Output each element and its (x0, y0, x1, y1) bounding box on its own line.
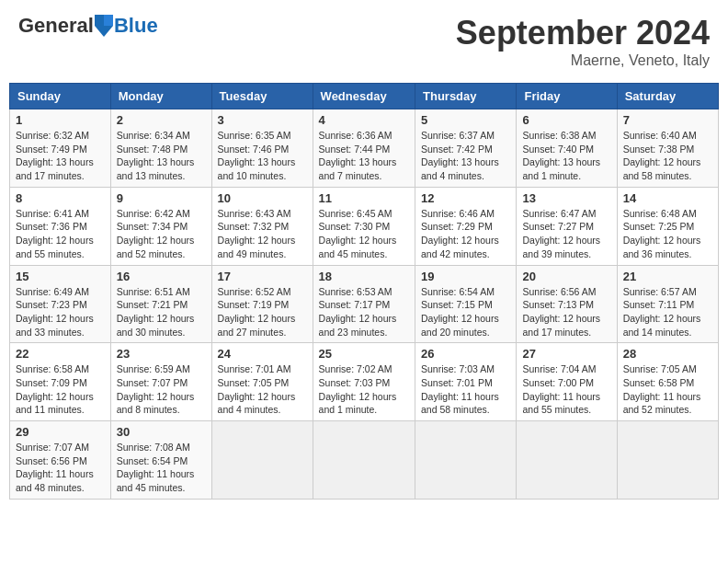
day-detail: Sunrise: 6:35 AM Sunset: 7:46 PM Dayligh… (218, 129, 307, 183)
svg-marker-1 (104, 15, 113, 26)
day-detail: Sunrise: 6:57 AM Sunset: 7:11 PM Dayligh… (623, 285, 712, 339)
day-of-week-header: Tuesday (211, 84, 313, 109)
day-number: 24 (218, 347, 307, 361)
calendar-day-cell: 8Sunrise: 6:41 AM Sunset: 7:36 PM Daylig… (10, 187, 111, 265)
calendar-day-cell: 10Sunrise: 6:43 AM Sunset: 7:32 PM Dayli… (211, 187, 313, 265)
day-detail: Sunrise: 7:05 AM Sunset: 6:58 PM Dayligh… (623, 362, 712, 417)
day-number: 22 (16, 347, 105, 361)
calendar-day-cell: 16Sunrise: 6:51 AM Sunset: 7:21 PM Dayli… (110, 265, 211, 343)
calendar-day-cell: 18Sunrise: 6:53 AM Sunset: 7:17 PM Dayli… (313, 265, 415, 343)
day-detail: Sunrise: 6:42 AM Sunset: 7:34 PM Dayligh… (117, 207, 206, 261)
day-number: 7 (623, 113, 712, 127)
day-detail: Sunrise: 6:37 AM Sunset: 7:42 PM Dayligh… (421, 129, 510, 183)
location-subtitle: Maerne, Veneto, Italy (456, 52, 710, 69)
day-detail: Sunrise: 7:07 AM Sunset: 6:56 PM Dayligh… (16, 441, 105, 495)
day-detail: Sunrise: 7:04 AM Sunset: 7:00 PM Dayligh… (522, 362, 610, 417)
day-detail: Sunrise: 6:59 AM Sunset: 7:07 PM Dayligh… (117, 362, 206, 417)
day-number: 20 (522, 270, 610, 283)
logo: General Blue (18, 14, 158, 38)
day-number: 19 (421, 270, 510, 283)
day-detail: Sunrise: 6:43 AM Sunset: 7:32 PM Dayligh… (218, 207, 307, 261)
calendar-header-row: SundayMondayTuesdayWednesdayThursdayFrid… (10, 84, 719, 109)
day-number: 13 (522, 191, 610, 205)
day-number: 28 (623, 347, 712, 361)
day-number: 8 (16, 191, 105, 205)
calendar-day-cell: 27Sunrise: 7:04 AM Sunset: 7:00 PM Dayli… (517, 343, 617, 421)
calendar-day-cell: 6Sunrise: 6:38 AM Sunset: 7:40 PM Daylig… (517, 109, 617, 188)
calendar-day-cell: 26Sunrise: 7:03 AM Sunset: 7:01 PM Dayli… (415, 343, 517, 421)
day-detail: Sunrise: 6:34 AM Sunset: 7:48 PM Dayligh… (117, 129, 206, 183)
day-of-week-header: Saturday (617, 84, 718, 109)
day-number: 11 (319, 191, 409, 205)
day-detail: Sunrise: 6:58 AM Sunset: 7:09 PM Dayligh… (16, 362, 105, 417)
day-detail: Sunrise: 6:36 AM Sunset: 7:44 PM Dayligh… (319, 129, 409, 183)
day-detail: Sunrise: 6:38 AM Sunset: 7:40 PM Dayligh… (522, 129, 610, 183)
calendar-week-row: 8Sunrise: 6:41 AM Sunset: 7:36 PM Daylig… (10, 187, 719, 265)
day-number: 14 (623, 191, 712, 205)
day-number: 5 (421, 113, 510, 127)
calendar-day-cell (415, 421, 517, 500)
day-number: 2 (117, 113, 206, 127)
calendar-day-cell: 14Sunrise: 6:48 AM Sunset: 7:25 PM Dayli… (617, 187, 718, 265)
day-detail: Sunrise: 6:52 AM Sunset: 7:19 PM Dayligh… (218, 285, 307, 339)
day-number: 16 (117, 270, 206, 283)
day-number: 3 (218, 113, 307, 127)
calendar-day-cell: 7Sunrise: 6:40 AM Sunset: 7:38 PM Daylig… (617, 109, 718, 188)
day-number: 29 (16, 425, 105, 439)
day-number: 30 (117, 425, 206, 439)
calendar-day-cell: 5Sunrise: 6:37 AM Sunset: 7:42 PM Daylig… (415, 109, 517, 188)
day-detail: Sunrise: 6:49 AM Sunset: 7:23 PM Dayligh… (16, 285, 105, 339)
calendar-day-cell: 19Sunrise: 6:54 AM Sunset: 7:15 PM Dayli… (415, 265, 517, 343)
day-number: 10 (218, 191, 307, 205)
calendar-day-cell: 30Sunrise: 7:08 AM Sunset: 6:54 PM Dayli… (110, 421, 211, 500)
calendar-day-cell: 12Sunrise: 6:46 AM Sunset: 7:29 PM Dayli… (415, 187, 517, 265)
page-header: General Blue September 2024 Maerne, Vene… (9, 9, 719, 74)
day-detail: Sunrise: 6:48 AM Sunset: 7:25 PM Dayligh… (623, 207, 712, 261)
day-detail: Sunrise: 7:03 AM Sunset: 7:01 PM Dayligh… (421, 362, 510, 417)
calendar-day-cell: 3Sunrise: 6:35 AM Sunset: 7:46 PM Daylig… (211, 109, 313, 188)
day-of-week-header: Friday (517, 84, 617, 109)
calendar-day-cell: 9Sunrise: 6:42 AM Sunset: 7:34 PM Daylig… (110, 187, 211, 265)
day-detail: Sunrise: 6:45 AM Sunset: 7:30 PM Dayligh… (319, 207, 409, 261)
day-detail: Sunrise: 6:53 AM Sunset: 7:17 PM Dayligh… (319, 285, 409, 339)
day-of-week-header: Sunday (10, 84, 111, 109)
calendar-day-cell: 24Sunrise: 7:01 AM Sunset: 7:05 PM Dayli… (211, 343, 313, 421)
calendar-day-cell: 2Sunrise: 6:34 AM Sunset: 7:48 PM Daylig… (110, 109, 211, 188)
calendar-day-cell: 25Sunrise: 7:02 AM Sunset: 7:03 PM Dayli… (313, 343, 415, 421)
calendar-day-cell (211, 421, 313, 500)
logo-blue-text: Blue (114, 14, 158, 38)
day-number: 9 (117, 191, 206, 205)
title-block: September 2024 Maerne, Veneto, Italy (456, 14, 710, 69)
day-detail: Sunrise: 6:46 AM Sunset: 7:29 PM Dayligh… (421, 207, 510, 261)
day-detail: Sunrise: 7:01 AM Sunset: 7:05 PM Dayligh… (218, 362, 307, 417)
day-number: 18 (319, 270, 409, 283)
calendar-week-row: 29Sunrise: 7:07 AM Sunset: 6:56 PM Dayli… (10, 421, 719, 500)
day-detail: Sunrise: 7:08 AM Sunset: 6:54 PM Dayligh… (117, 441, 206, 495)
calendar-table: SundayMondayTuesdayWednesdayThursdayFrid… (9, 83, 719, 500)
calendar-day-cell: 1Sunrise: 6:32 AM Sunset: 7:49 PM Daylig… (10, 109, 111, 188)
day-number: 1 (16, 113, 105, 127)
calendar-day-cell: 23Sunrise: 6:59 AM Sunset: 7:07 PM Dayli… (110, 343, 211, 421)
calendar-day-cell: 13Sunrise: 6:47 AM Sunset: 7:27 PM Dayli… (517, 187, 617, 265)
day-number: 6 (522, 113, 610, 127)
day-number: 4 (319, 113, 409, 127)
day-number: 25 (319, 347, 409, 361)
calendar-day-cell: 20Sunrise: 6:56 AM Sunset: 7:13 PM Dayli… (517, 265, 617, 343)
day-of-week-header: Thursday (415, 84, 517, 109)
day-of-week-header: Monday (110, 84, 211, 109)
day-number: 21 (623, 270, 712, 283)
day-detail: Sunrise: 6:41 AM Sunset: 7:36 PM Dayligh… (16, 207, 105, 261)
calendar-week-row: 15Sunrise: 6:49 AM Sunset: 7:23 PM Dayli… (10, 265, 719, 343)
day-number: 15 (16, 270, 105, 283)
day-detail: Sunrise: 7:02 AM Sunset: 7:03 PM Dayligh… (319, 362, 409, 417)
calendar-day-cell (313, 421, 415, 500)
day-detail: Sunrise: 6:56 AM Sunset: 7:13 PM Dayligh… (522, 285, 610, 339)
calendar-day-cell: 11Sunrise: 6:45 AM Sunset: 7:30 PM Dayli… (313, 187, 415, 265)
calendar-day-cell (517, 421, 617, 500)
day-number: 23 (117, 347, 206, 361)
calendar-day-cell: 17Sunrise: 6:52 AM Sunset: 7:19 PM Dayli… (211, 265, 313, 343)
calendar-day-cell (617, 421, 718, 500)
day-number: 17 (218, 270, 307, 283)
day-number: 26 (421, 347, 510, 361)
day-detail: Sunrise: 6:47 AM Sunset: 7:27 PM Dayligh… (522, 207, 610, 261)
